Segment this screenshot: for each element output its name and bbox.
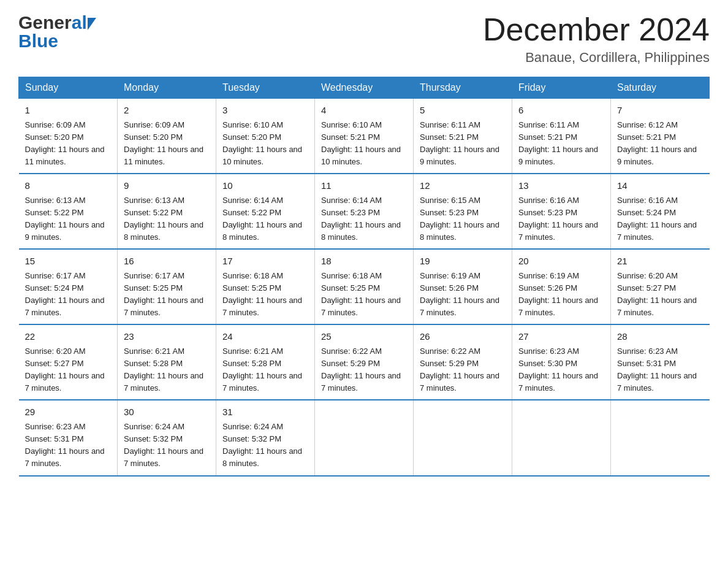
day-number: 13 [518, 179, 604, 193]
day-number: 8 [25, 179, 112, 193]
day-number: 28 [617, 330, 703, 344]
header-monday: Monday [118, 77, 216, 99]
calendar-day-cell: 21Sunrise: 6:20 AMSunset: 5:27 PMDayligh… [611, 249, 710, 324]
day-number: 26 [420, 330, 506, 344]
day-info: Sunrise: 6:16 AMSunset: 5:24 PMDaylight:… [617, 194, 703, 244]
logo-triangle-icon [88, 18, 96, 30]
calendar-day-cell [414, 400, 512, 475]
header-wednesday: Wednesday [315, 77, 414, 99]
header-row: Sunday Monday Tuesday Wednesday Thursday… [19, 77, 710, 99]
day-info: Sunrise: 6:09 AMSunset: 5:20 PMDaylight:… [124, 119, 210, 169]
calendar-day-cell: 31Sunrise: 6:24 AMSunset: 5:32 PMDayligh… [216, 400, 315, 475]
calendar-day-cell: 20Sunrise: 6:19 AMSunset: 5:26 PMDayligh… [512, 249, 611, 324]
header-saturday: Saturday [611, 77, 710, 99]
day-number: 19 [420, 255, 506, 269]
calendar-day-cell: 29Sunrise: 6:23 AMSunset: 5:31 PMDayligh… [19, 400, 118, 475]
calendar-day-cell: 16Sunrise: 6:17 AMSunset: 5:25 PMDayligh… [118, 249, 216, 324]
day-info: Sunrise: 6:11 AMSunset: 5:21 PMDaylight:… [518, 119, 604, 169]
calendar-table: Sunday Monday Tuesday Wednesday Thursday… [18, 77, 710, 476]
calendar-day-cell: 24Sunrise: 6:21 AMSunset: 5:28 PMDayligh… [216, 324, 315, 400]
logo-general-text: General [18, 12, 87, 33]
day-number: 15 [25, 255, 112, 269]
day-number: 7 [617, 104, 703, 118]
day-number: 1 [25, 104, 112, 118]
calendar-day-cell: 27Sunrise: 6:23 AMSunset: 5:30 PMDayligh… [512, 324, 611, 400]
calendar-day-cell [512, 400, 611, 475]
day-info: Sunrise: 6:20 AMSunset: 5:27 PMDaylight:… [617, 270, 703, 320]
logo-blue-text: Blue [18, 31, 96, 52]
calendar-day-cell [315, 400, 414, 475]
calendar-day-cell: 15Sunrise: 6:17 AMSunset: 5:24 PMDayligh… [19, 249, 118, 324]
day-number: 18 [321, 255, 407, 269]
day-number: 30 [124, 405, 210, 419]
calendar-day-cell: 26Sunrise: 6:22 AMSunset: 5:29 PMDayligh… [414, 324, 512, 400]
day-info: Sunrise: 6:23 AMSunset: 5:31 PMDaylight:… [25, 421, 112, 470]
day-info: Sunrise: 6:17 AMSunset: 5:24 PMDaylight:… [25, 270, 112, 320]
day-info: Sunrise: 6:10 AMSunset: 5:21 PMDaylight:… [321, 119, 407, 169]
day-number: 3 [222, 104, 308, 118]
day-number: 27 [518, 330, 604, 344]
day-info: Sunrise: 6:21 AMSunset: 5:28 PMDaylight:… [222, 345, 308, 395]
day-info: Sunrise: 6:11 AMSunset: 5:21 PMDaylight:… [420, 119, 506, 169]
calendar-day-cell: 2Sunrise: 6:09 AMSunset: 5:20 PMDaylight… [118, 99, 216, 174]
calendar-day-cell: 1Sunrise: 6:09 AMSunset: 5:20 PMDaylight… [19, 99, 118, 174]
calendar-week-row: 22Sunrise: 6:20 AMSunset: 5:27 PMDayligh… [19, 324, 710, 400]
day-number: 11 [321, 179, 407, 193]
day-number: 29 [25, 405, 112, 419]
day-info: Sunrise: 6:09 AMSunset: 5:20 PMDaylight:… [25, 119, 112, 169]
calendar-subtitle: Banaue, Cordillera, Philippines [483, 50, 710, 66]
calendar-day-cell: 9Sunrise: 6:13 AMSunset: 5:22 PMDaylight… [118, 174, 216, 249]
calendar-week-row: 29Sunrise: 6:23 AMSunset: 5:31 PMDayligh… [19, 400, 710, 475]
title-block: December 2024 Banaue, Cordillera, Philip… [483, 12, 710, 66]
day-info: Sunrise: 6:14 AMSunset: 5:22 PMDaylight:… [222, 194, 308, 244]
calendar-day-cell: 17Sunrise: 6:18 AMSunset: 5:25 PMDayligh… [216, 249, 315, 324]
day-info: Sunrise: 6:15 AMSunset: 5:23 PMDaylight:… [420, 194, 506, 244]
page-header: General Blue December 2024 Banaue, Cordi… [18, 12, 710, 66]
calendar-day-cell: 19Sunrise: 6:19 AMSunset: 5:26 PMDayligh… [414, 249, 512, 324]
calendar-day-cell: 23Sunrise: 6:21 AMSunset: 5:28 PMDayligh… [118, 324, 216, 400]
calendar-header: Sunday Monday Tuesday Wednesday Thursday… [19, 77, 710, 99]
day-number: 5 [420, 104, 506, 118]
logo: General Blue [18, 12, 96, 52]
day-info: Sunrise: 6:22 AMSunset: 5:29 PMDaylight:… [321, 345, 407, 395]
calendar-day-cell: 18Sunrise: 6:18 AMSunset: 5:25 PMDayligh… [315, 249, 414, 324]
calendar-week-row: 1Sunrise: 6:09 AMSunset: 5:20 PMDaylight… [19, 99, 710, 174]
day-info: Sunrise: 6:24 AMSunset: 5:32 PMDaylight:… [124, 421, 210, 470]
calendar-week-row: 15Sunrise: 6:17 AMSunset: 5:24 PMDayligh… [19, 249, 710, 324]
day-info: Sunrise: 6:22 AMSunset: 5:29 PMDaylight:… [420, 345, 506, 395]
day-number: 10 [222, 179, 308, 193]
day-number: 25 [321, 330, 407, 344]
calendar-title: December 2024 [483, 12, 710, 47]
day-number: 22 [25, 330, 112, 344]
day-info: Sunrise: 6:16 AMSunset: 5:23 PMDaylight:… [518, 194, 604, 244]
day-info: Sunrise: 6:23 AMSunset: 5:31 PMDaylight:… [617, 345, 703, 395]
day-number: 9 [124, 179, 210, 193]
calendar-day-cell [611, 400, 710, 475]
day-info: Sunrise: 6:10 AMSunset: 5:20 PMDaylight:… [222, 119, 308, 169]
day-info: Sunrise: 6:24 AMSunset: 5:32 PMDaylight:… [222, 421, 308, 470]
calendar-week-row: 8Sunrise: 6:13 AMSunset: 5:22 PMDaylight… [19, 174, 710, 249]
day-info: Sunrise: 6:12 AMSunset: 5:21 PMDaylight:… [617, 119, 703, 169]
day-number: 31 [222, 405, 308, 419]
calendar-day-cell: 10Sunrise: 6:14 AMSunset: 5:22 PMDayligh… [216, 174, 315, 249]
day-info: Sunrise: 6:18 AMSunset: 5:25 PMDaylight:… [222, 270, 308, 320]
calendar-body: 1Sunrise: 6:09 AMSunset: 5:20 PMDaylight… [19, 99, 710, 476]
day-info: Sunrise: 6:21 AMSunset: 5:28 PMDaylight:… [124, 345, 210, 395]
day-info: Sunrise: 6:13 AMSunset: 5:22 PMDaylight:… [124, 194, 210, 244]
calendar-day-cell: 13Sunrise: 6:16 AMSunset: 5:23 PMDayligh… [512, 174, 611, 249]
calendar-day-cell: 25Sunrise: 6:22 AMSunset: 5:29 PMDayligh… [315, 324, 414, 400]
calendar-day-cell: 3Sunrise: 6:10 AMSunset: 5:20 PMDaylight… [216, 99, 315, 174]
day-number: 6 [518, 104, 604, 118]
day-info: Sunrise: 6:23 AMSunset: 5:30 PMDaylight:… [518, 345, 604, 395]
day-info: Sunrise: 6:14 AMSunset: 5:23 PMDaylight:… [321, 194, 407, 244]
day-info: Sunrise: 6:19 AMSunset: 5:26 PMDaylight:… [420, 270, 506, 320]
calendar-day-cell: 8Sunrise: 6:13 AMSunset: 5:22 PMDaylight… [19, 174, 118, 249]
day-info: Sunrise: 6:18 AMSunset: 5:25 PMDaylight:… [321, 270, 407, 320]
day-number: 21 [617, 255, 703, 269]
day-number: 4 [321, 104, 407, 118]
header-friday: Friday [512, 77, 611, 99]
day-number: 14 [617, 179, 703, 193]
calendar-day-cell: 28Sunrise: 6:23 AMSunset: 5:31 PMDayligh… [611, 324, 710, 400]
day-info: Sunrise: 6:20 AMSunset: 5:27 PMDaylight:… [25, 345, 112, 395]
day-info: Sunrise: 6:13 AMSunset: 5:22 PMDaylight:… [25, 194, 112, 244]
